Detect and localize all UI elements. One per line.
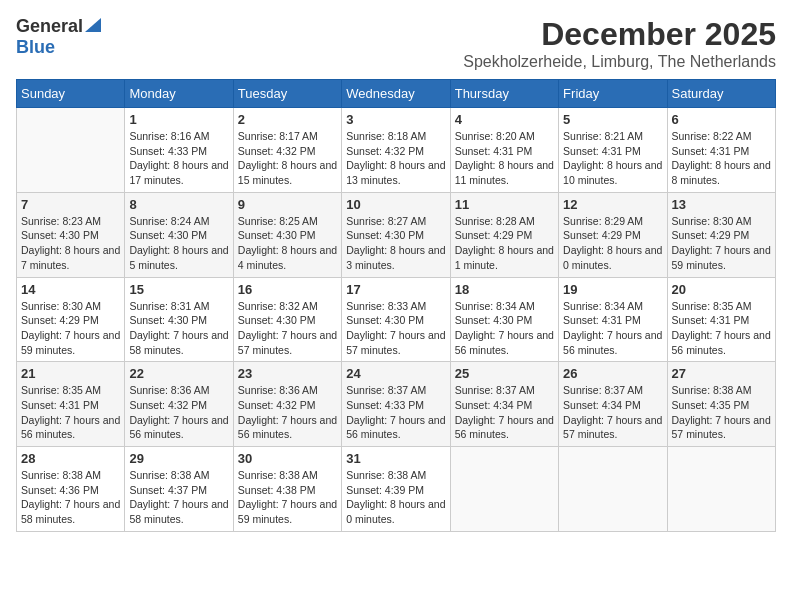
logo-blue-text: Blue (16, 37, 55, 58)
cell-info: Sunrise: 8:18 AMSunset: 4:32 PMDaylight:… (346, 129, 445, 188)
day-number: 25 (455, 366, 554, 381)
day-number: 28 (21, 451, 120, 466)
header-tuesday: Tuesday (233, 80, 341, 108)
day-number: 18 (455, 282, 554, 297)
cell-info: Sunrise: 8:34 AMSunset: 4:30 PMDaylight:… (455, 299, 554, 358)
calendar-cell: 7Sunrise: 8:23 AMSunset: 4:30 PMDaylight… (17, 192, 125, 277)
title-section: December 2025 Spekholzerheide, Limburg, … (463, 16, 776, 71)
calendar-cell (17, 108, 125, 193)
calendar-cell: 15Sunrise: 8:31 AMSunset: 4:30 PMDayligh… (125, 277, 233, 362)
calendar-cell: 12Sunrise: 8:29 AMSunset: 4:29 PMDayligh… (559, 192, 667, 277)
header-saturday: Saturday (667, 80, 775, 108)
day-number: 23 (238, 366, 337, 381)
day-number: 16 (238, 282, 337, 297)
day-number: 30 (238, 451, 337, 466)
day-number: 9 (238, 197, 337, 212)
page-header: General Blue December 2025 Spekholzerhei… (16, 16, 776, 71)
cell-info: Sunrise: 8:38 AMSunset: 4:38 PMDaylight:… (238, 468, 337, 527)
calendar-cell: 3Sunrise: 8:18 AMSunset: 4:32 PMDaylight… (342, 108, 450, 193)
header-row: SundayMondayTuesdayWednesdayThursdayFrid… (17, 80, 776, 108)
calendar-cell: 18Sunrise: 8:34 AMSunset: 4:30 PMDayligh… (450, 277, 558, 362)
calendar-cell (559, 447, 667, 532)
day-number: 8 (129, 197, 228, 212)
day-number: 6 (672, 112, 771, 127)
calendar-cell: 5Sunrise: 8:21 AMSunset: 4:31 PMDaylight… (559, 108, 667, 193)
day-number: 10 (346, 197, 445, 212)
header-wednesday: Wednesday (342, 80, 450, 108)
cell-info: Sunrise: 8:27 AMSunset: 4:30 PMDaylight:… (346, 214, 445, 273)
day-number: 11 (455, 197, 554, 212)
cell-info: Sunrise: 8:38 AMSunset: 4:36 PMDaylight:… (21, 468, 120, 527)
cell-info: Sunrise: 8:23 AMSunset: 4:30 PMDaylight:… (21, 214, 120, 273)
day-number: 2 (238, 112, 337, 127)
day-number: 1 (129, 112, 228, 127)
svg-marker-0 (85, 18, 101, 32)
cell-info: Sunrise: 8:30 AMSunset: 4:29 PMDaylight:… (672, 214, 771, 273)
calendar-cell: 2Sunrise: 8:17 AMSunset: 4:32 PMDaylight… (233, 108, 341, 193)
month-title: December 2025 (463, 16, 776, 53)
day-number: 27 (672, 366, 771, 381)
calendar-cell: 9Sunrise: 8:25 AMSunset: 4:30 PMDaylight… (233, 192, 341, 277)
header-sunday: Sunday (17, 80, 125, 108)
calendar-cell: 19Sunrise: 8:34 AMSunset: 4:31 PMDayligh… (559, 277, 667, 362)
cell-info: Sunrise: 8:30 AMSunset: 4:29 PMDaylight:… (21, 299, 120, 358)
day-number: 4 (455, 112, 554, 127)
cell-info: Sunrise: 8:28 AMSunset: 4:29 PMDaylight:… (455, 214, 554, 273)
calendar-cell: 6Sunrise: 8:22 AMSunset: 4:31 PMDaylight… (667, 108, 775, 193)
calendar-cell: 25Sunrise: 8:37 AMSunset: 4:34 PMDayligh… (450, 362, 558, 447)
calendar-week-5: 28Sunrise: 8:38 AMSunset: 4:36 PMDayligh… (17, 447, 776, 532)
cell-info: Sunrise: 8:29 AMSunset: 4:29 PMDaylight:… (563, 214, 662, 273)
calendar-week-3: 14Sunrise: 8:30 AMSunset: 4:29 PMDayligh… (17, 277, 776, 362)
cell-info: Sunrise: 8:36 AMSunset: 4:32 PMDaylight:… (238, 383, 337, 442)
calendar-cell: 14Sunrise: 8:30 AMSunset: 4:29 PMDayligh… (17, 277, 125, 362)
calendar-cell: 24Sunrise: 8:37 AMSunset: 4:33 PMDayligh… (342, 362, 450, 447)
calendar-cell (667, 447, 775, 532)
cell-info: Sunrise: 8:21 AMSunset: 4:31 PMDaylight:… (563, 129, 662, 188)
cell-info: Sunrise: 8:37 AMSunset: 4:34 PMDaylight:… (563, 383, 662, 442)
logo-general-text: General (16, 16, 83, 37)
cell-info: Sunrise: 8:24 AMSunset: 4:30 PMDaylight:… (129, 214, 228, 273)
cell-info: Sunrise: 8:38 AMSunset: 4:39 PMDaylight:… (346, 468, 445, 527)
calendar-cell: 4Sunrise: 8:20 AMSunset: 4:31 PMDaylight… (450, 108, 558, 193)
calendar-cell: 16Sunrise: 8:32 AMSunset: 4:30 PMDayligh… (233, 277, 341, 362)
calendar-week-2: 7Sunrise: 8:23 AMSunset: 4:30 PMDaylight… (17, 192, 776, 277)
cell-info: Sunrise: 8:37 AMSunset: 4:33 PMDaylight:… (346, 383, 445, 442)
day-number: 17 (346, 282, 445, 297)
header-friday: Friday (559, 80, 667, 108)
day-number: 22 (129, 366, 228, 381)
cell-info: Sunrise: 8:17 AMSunset: 4:32 PMDaylight:… (238, 129, 337, 188)
cell-info: Sunrise: 8:36 AMSunset: 4:32 PMDaylight:… (129, 383, 228, 442)
calendar-cell: 1Sunrise: 8:16 AMSunset: 4:33 PMDaylight… (125, 108, 233, 193)
calendar-cell: 13Sunrise: 8:30 AMSunset: 4:29 PMDayligh… (667, 192, 775, 277)
calendar-cell: 22Sunrise: 8:36 AMSunset: 4:32 PMDayligh… (125, 362, 233, 447)
cell-info: Sunrise: 8:34 AMSunset: 4:31 PMDaylight:… (563, 299, 662, 358)
day-number: 29 (129, 451, 228, 466)
calendar-cell: 23Sunrise: 8:36 AMSunset: 4:32 PMDayligh… (233, 362, 341, 447)
cell-info: Sunrise: 8:38 AMSunset: 4:37 PMDaylight:… (129, 468, 228, 527)
calendar-cell: 29Sunrise: 8:38 AMSunset: 4:37 PMDayligh… (125, 447, 233, 532)
location-subtitle: Spekholzerheide, Limburg, The Netherland… (463, 53, 776, 71)
day-number: 15 (129, 282, 228, 297)
day-number: 5 (563, 112, 662, 127)
calendar-cell: 31Sunrise: 8:38 AMSunset: 4:39 PMDayligh… (342, 447, 450, 532)
cell-info: Sunrise: 8:22 AMSunset: 4:31 PMDaylight:… (672, 129, 771, 188)
header-thursday: Thursday (450, 80, 558, 108)
cell-info: Sunrise: 8:20 AMSunset: 4:31 PMDaylight:… (455, 129, 554, 188)
cell-info: Sunrise: 8:16 AMSunset: 4:33 PMDaylight:… (129, 129, 228, 188)
day-number: 21 (21, 366, 120, 381)
calendar-cell: 8Sunrise: 8:24 AMSunset: 4:30 PMDaylight… (125, 192, 233, 277)
calendar-cell: 17Sunrise: 8:33 AMSunset: 4:30 PMDayligh… (342, 277, 450, 362)
calendar-cell: 11Sunrise: 8:28 AMSunset: 4:29 PMDayligh… (450, 192, 558, 277)
calendar-body: 1Sunrise: 8:16 AMSunset: 4:33 PMDaylight… (17, 108, 776, 532)
day-number: 12 (563, 197, 662, 212)
cell-info: Sunrise: 8:38 AMSunset: 4:35 PMDaylight:… (672, 383, 771, 442)
day-number: 14 (21, 282, 120, 297)
calendar-cell: 26Sunrise: 8:37 AMSunset: 4:34 PMDayligh… (559, 362, 667, 447)
calendar-cell: 28Sunrise: 8:38 AMSunset: 4:36 PMDayligh… (17, 447, 125, 532)
calendar-header: SundayMondayTuesdayWednesdayThursdayFrid… (17, 80, 776, 108)
cell-info: Sunrise: 8:37 AMSunset: 4:34 PMDaylight:… (455, 383, 554, 442)
day-number: 3 (346, 112, 445, 127)
calendar-cell: 21Sunrise: 8:35 AMSunset: 4:31 PMDayligh… (17, 362, 125, 447)
calendar-cell (450, 447, 558, 532)
day-number: 19 (563, 282, 662, 297)
